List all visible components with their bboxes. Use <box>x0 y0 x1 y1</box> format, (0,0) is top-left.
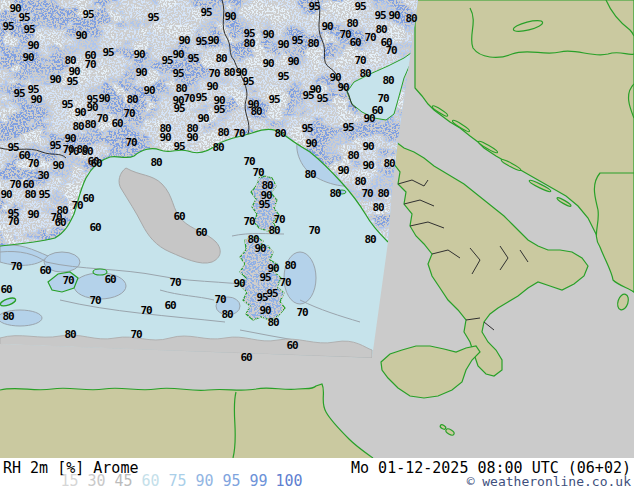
legend-value-75: 75 <box>164 473 191 489</box>
africa-landmass <box>0 384 373 458</box>
statusbar: RH 2m [%] Arome Mo 01-12-2025 08:00 UTC … <box>0 458 634 490</box>
legend-value-45: 45 <box>110 473 137 489</box>
legend-value-15: 15 <box>56 473 83 489</box>
legend-value-95: 95 <box>218 473 245 489</box>
weather-map-screen: 9095959595959590959095809595959080909080… <box>0 0 634 490</box>
legend-value-60: 60 <box>137 473 164 489</box>
legend-scale: 1530456075909599100 <box>56 473 306 489</box>
legend-value-99: 99 <box>245 473 272 489</box>
map-svg <box>0 0 634 458</box>
legend-value-30: 30 <box>83 473 110 489</box>
copyright: © weatheronline.co.uk <box>467 474 631 489</box>
legend-value-100: 100 <box>272 473 306 489</box>
legend-value-90: 90 <box>191 473 218 489</box>
elba-island <box>338 190 346 194</box>
map-canvas: 9095959595959590959095809595959080909080… <box>0 0 634 458</box>
